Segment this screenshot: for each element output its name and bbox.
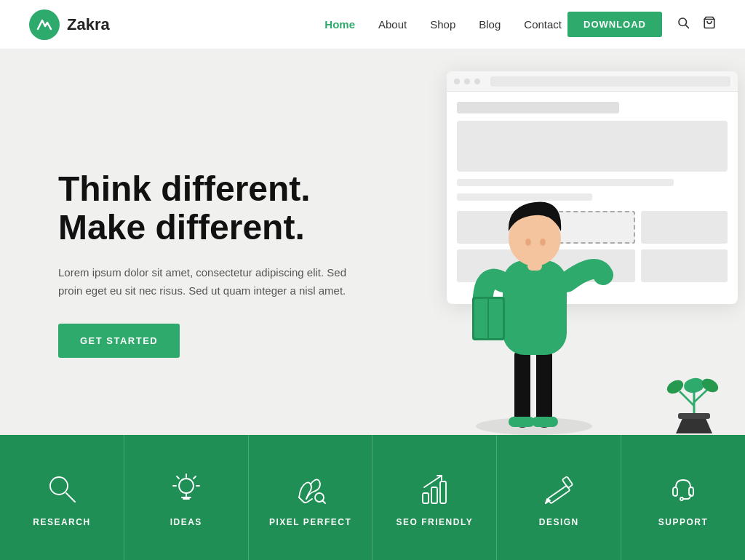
search-button[interactable] xyxy=(677,16,690,33)
browser-card-3 xyxy=(641,211,728,244)
hero-section: Think different. Make different. Lorem i… xyxy=(0,49,745,435)
research-label: RESEARCH xyxy=(33,517,90,527)
feature-support[interactable]: SUPPORT xyxy=(621,435,745,560)
svg-rect-6 xyxy=(509,417,535,427)
get-started-button[interactable]: GET STARTED xyxy=(58,324,180,358)
svg-point-14 xyxy=(540,239,546,246)
browser-dot-1 xyxy=(454,79,460,84)
svg-rect-7 xyxy=(532,417,558,427)
nav-home[interactable]: Home xyxy=(324,18,355,31)
features-bar: RESEARCH IDEAS xyxy=(0,435,745,560)
support-icon xyxy=(665,471,701,507)
nav-icon-group xyxy=(677,16,716,33)
hero-content: Think different. Make different. Lorem i… xyxy=(58,170,364,358)
research-icon xyxy=(44,471,80,507)
svg-rect-16 xyxy=(678,413,710,419)
browser-bar xyxy=(447,71,738,92)
svg-rect-5 xyxy=(536,348,552,428)
logo-icon xyxy=(29,9,60,40)
svg-rect-40 xyxy=(562,476,573,487)
svg-point-13 xyxy=(525,239,531,246)
feature-design[interactable]: DESIGN xyxy=(497,435,621,560)
nav-contact[interactable]: Contact xyxy=(524,18,562,31)
plant-illustration xyxy=(665,369,723,435)
browser-url-bar xyxy=(490,76,730,87)
svg-rect-38 xyxy=(440,481,446,503)
design-icon xyxy=(541,471,577,507)
feature-seo-friendly[interactable]: SEO FRIENDLY xyxy=(372,435,497,560)
nav-links: Home About Shop Blog Contact xyxy=(324,18,562,31)
svg-rect-4 xyxy=(514,348,530,428)
pixel-perfect-label: PIXEL PERFECT xyxy=(269,517,351,527)
character-illustration xyxy=(450,122,618,435)
nav-blog[interactable]: Blog xyxy=(479,18,501,31)
ideas-label: IDEAS xyxy=(170,517,202,527)
svg-line-1 xyxy=(685,25,688,28)
hero-title: Think different. Make different. xyxy=(58,170,364,247)
support-label: SUPPORT xyxy=(658,517,709,527)
navbar: Zakra Home About Shop Blog Contact DOWNL… xyxy=(0,0,745,49)
browser-card-6 xyxy=(641,249,728,282)
svg-point-44 xyxy=(680,497,683,500)
design-label: DESIGN xyxy=(539,517,579,527)
feature-ideas[interactable]: IDEAS xyxy=(124,435,249,560)
svg-rect-39 xyxy=(548,485,570,503)
svg-point-25 xyxy=(179,479,194,493)
brand-name: Zakra xyxy=(67,15,110,34)
seo-friendly-icon xyxy=(416,471,453,507)
svg-rect-37 xyxy=(431,487,437,503)
svg-line-33 xyxy=(194,476,196,479)
browser-nav-placeholder xyxy=(457,102,619,113)
svg-point-23 xyxy=(50,477,68,495)
cart-button[interactable] xyxy=(703,16,716,33)
svg-line-32 xyxy=(177,476,179,479)
svg-rect-42 xyxy=(673,487,677,496)
svg-point-20 xyxy=(682,377,705,395)
svg-rect-15 xyxy=(527,262,542,271)
pixel-perfect-icon xyxy=(292,471,329,507)
svg-rect-8 xyxy=(503,260,567,355)
feature-pixel-perfect[interactable]: PIXEL PERFECT xyxy=(249,435,373,560)
logo[interactable]: Zakra xyxy=(29,9,110,40)
nav-about[interactable]: About xyxy=(378,18,407,31)
feature-research[interactable]: RESEARCH xyxy=(0,435,124,560)
browser-dot-3 xyxy=(474,79,480,84)
nav-shop[interactable]: Shop xyxy=(430,18,455,31)
hero-description: Lorem ipsum dolor sit amet, consectetur … xyxy=(58,263,364,300)
browser-dot-2 xyxy=(464,79,470,84)
svg-line-18 xyxy=(680,391,694,406)
svg-line-35 xyxy=(322,500,325,503)
svg-rect-36 xyxy=(423,493,429,503)
seo-friendly-label: SEO FRIENDLY xyxy=(397,517,474,527)
svg-rect-43 xyxy=(689,487,693,496)
svg-line-24 xyxy=(66,493,75,502)
ideas-icon xyxy=(168,471,204,507)
download-button[interactable]: DOWNLOAD xyxy=(567,12,662,37)
svg-point-22 xyxy=(700,376,721,395)
